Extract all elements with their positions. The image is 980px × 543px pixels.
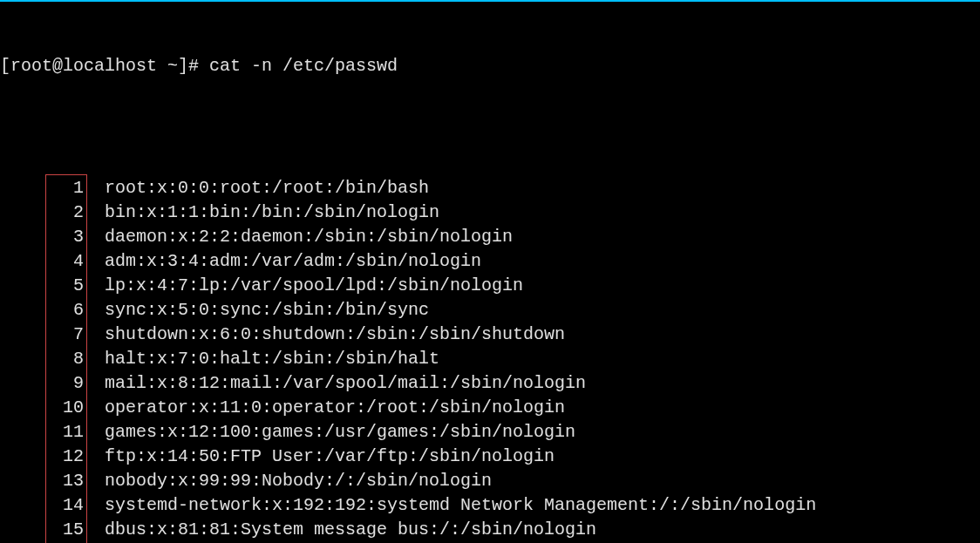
line-number: 9 bbox=[0, 371, 84, 396]
line-number: 6 bbox=[0, 298, 84, 322]
output-line: 1root:x:0:0:root:/root:/bin/bash bbox=[0, 176, 980, 200]
line-number: 10 bbox=[0, 396, 84, 420]
output-line: 5lp:x:4:7:lp:/var/spool/lpd:/sbin/nologi… bbox=[0, 274, 980, 298]
output-line: 6sync:x:5:0:sync:/sbin:/bin/sync bbox=[0, 298, 980, 322]
line-content: operator:x:11:0:operator:/root:/sbin/nol… bbox=[84, 396, 565, 420]
terminal[interactable]: [root@localhost ~]# cat -n /etc/passwd 1… bbox=[0, 5, 980, 543]
output-line: 14systemd-network:x:192:192:systemd Netw… bbox=[0, 493, 980, 518]
line-number: 3 bbox=[0, 225, 84, 249]
command-text: cat -n /etc/passwd bbox=[209, 56, 398, 76]
output-line: 3daemon:x:2:2:daemon:/sbin:/sbin/nologin bbox=[0, 225, 980, 249]
line-number: 7 bbox=[0, 322, 84, 347]
output-line: 2bin:x:1:1:bin:/bin:/sbin/nologin bbox=[0, 200, 980, 225]
line-content: sync:x:5:0:sync:/sbin:/bin/sync bbox=[84, 298, 429, 322]
line-number: 2 bbox=[0, 200, 84, 225]
line-number: 13 bbox=[0, 469, 84, 493]
line-content: daemon:x:2:2:daemon:/sbin:/sbin/nologin bbox=[84, 225, 513, 249]
line-content: games:x:12:100:games:/usr/games:/sbin/no… bbox=[84, 420, 575, 445]
output-container: 1root:x:0:0:root:/root:/bin/bash2bin:x:1… bbox=[0, 127, 980, 543]
line-content: halt:x:7:0:halt:/sbin:/sbin/halt bbox=[84, 347, 439, 371]
line-content: dbus:x:81:81:System message bus:/:/sbin/… bbox=[84, 518, 596, 542]
line-content: shutdown:x:6:0:shutdown:/sbin:/sbin/shut… bbox=[84, 322, 565, 347]
output-line: 8halt:x:7:0:halt:/sbin:/sbin/halt bbox=[0, 347, 980, 371]
line-content: lp:x:4:7:lp:/var/spool/lpd:/sbin/nologin bbox=[84, 274, 523, 298]
output-line: 12ftp:x:14:50:FTP User:/var/ftp:/sbin/no… bbox=[0, 445, 980, 469]
output-line: 13nobody:x:99:99:Nobody:/:/sbin/nologin bbox=[0, 469, 980, 493]
output-line: 9mail:x:8:12:mail:/var/spool/mail:/sbin/… bbox=[0, 371, 980, 396]
line-content: mail:x:8:12:mail:/var/spool/mail:/sbin/n… bbox=[84, 371, 586, 396]
line-number: 12 bbox=[0, 445, 84, 469]
line-number: 8 bbox=[0, 347, 84, 371]
line-content: adm:x:3:4:adm:/var/adm:/sbin/nologin bbox=[84, 249, 481, 274]
output-line: 4adm:x:3:4:adm:/var/adm:/sbin/nologin bbox=[0, 249, 980, 274]
prompt-prefix: [root@localhost ~]# bbox=[0, 56, 209, 76]
output-line: 15dbus:x:81:81:System message bus:/:/sbi… bbox=[0, 518, 980, 542]
line-number: 1 bbox=[0, 176, 84, 200]
line-number: 15 bbox=[0, 518, 84, 542]
line-content: nobody:x:99:99:Nobody:/:/sbin/nologin bbox=[84, 469, 492, 493]
line-number: 14 bbox=[0, 493, 84, 518]
line-number: 4 bbox=[0, 249, 84, 274]
line-number: 5 bbox=[0, 274, 84, 298]
command-line-1: [root@localhost ~]# cat -n /etc/passwd bbox=[0, 54, 980, 78]
output-line: 11games:x:12:100:games:/usr/games:/sbin/… bbox=[0, 420, 980, 445]
line-content: systemd-network:x:192:192:systemd Networ… bbox=[84, 493, 816, 518]
line-content: root:x:0:0:root:/root:/bin/bash bbox=[84, 176, 429, 200]
line-number: 11 bbox=[0, 420, 84, 445]
line-content: ftp:x:14:50:FTP User:/var/ftp:/sbin/nolo… bbox=[84, 445, 555, 469]
output-line: 7shutdown:x:6:0:shutdown:/sbin:/sbin/shu… bbox=[0, 322, 980, 347]
line-content: bin:x:1:1:bin:/bin:/sbin/nologin bbox=[84, 200, 439, 225]
output-line: 10operator:x:11:0:operator:/root:/sbin/n… bbox=[0, 396, 980, 420]
